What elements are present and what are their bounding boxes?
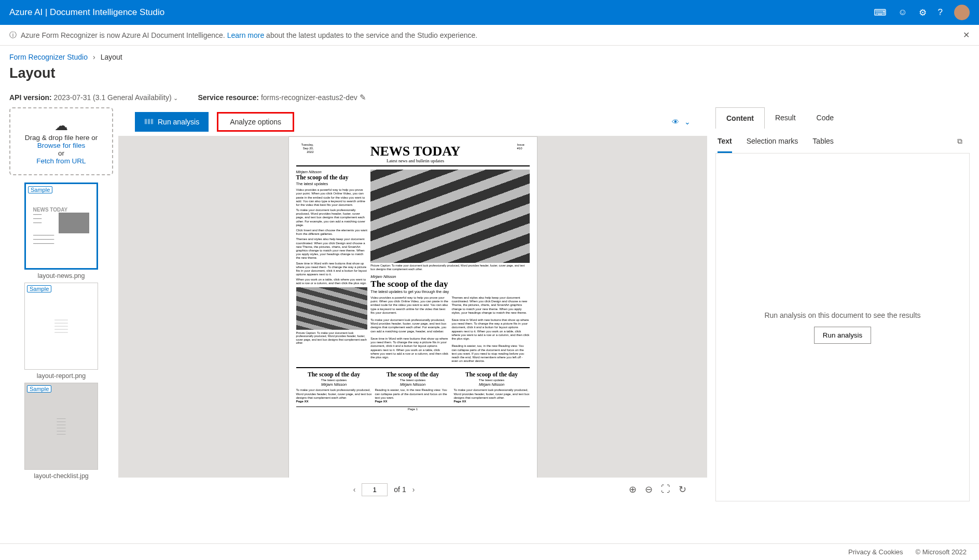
app-header: Azure AI | Document Intelligence Studio …: [0, 0, 979, 25]
page-title: Layout: [0, 63, 979, 91]
tab-content[interactable]: Content: [715, 107, 765, 129]
empty-state-text: Run analysis on this document to see the…: [764, 311, 920, 319]
browse-files-link[interactable]: Browse for files: [16, 142, 107, 149]
app-title: Azure AI | Document Intelligence Studio: [9, 7, 164, 18]
service-resource-config[interactable]: Service resource: forms-recognizer-eastu…: [198, 93, 366, 102]
thumbnail-item[interactable]: Sample NEWS TODAY━━━━━━━━━━━━━━━━━━━━━━━…: [24, 183, 98, 279]
document-canvas[interactable]: Tuesday, Sep 20, 2022 NEWS TODAY Latest …: [118, 136, 707, 478]
breadcrumb-current: Layout: [101, 53, 122, 61]
document-page: Tuesday, Sep 20, 2022 NEWS TODAY Latest …: [288, 136, 537, 478]
sample-tag: Sample: [27, 385, 51, 393]
api-version-config[interactable]: API version: 2023-07-31 (3.1 General Ava…: [9, 93, 178, 102]
subtab-tables[interactable]: Tables: [812, 137, 833, 153]
primary-tabs: Content Result Code: [715, 107, 970, 129]
breadcrumb-root[interactable]: Form Recognizer Studio: [9, 53, 88, 61]
analysis-icon: ⦀⦀⦀: [144, 117, 154, 126]
chevron-down-icon: ⌄: [173, 95, 178, 101]
user-avatar[interactable]: [954, 5, 970, 20]
info-banner: ⓘ Azure Form Recognizer is now Azure AI …: [0, 25, 979, 46]
learn-more-link[interactable]: Learn more: [227, 31, 265, 39]
run-analysis-button[interactable]: ⦀⦀⦀ Run analysis: [135, 112, 209, 132]
next-page-button[interactable]: ›: [412, 485, 415, 494]
config-row: API version: 2023-07-31 (3.1 General Ava…: [0, 91, 979, 107]
visibility-icon[interactable]: 👁: [672, 118, 679, 126]
sample-tag: Sample: [27, 285, 51, 292]
results-panel: Content Result Code Text Selection marks…: [715, 107, 970, 501]
zoom-in-icon[interactable]: ⊕: [629, 484, 637, 495]
analyze-options-button[interactable]: Analyze options: [217, 112, 294, 132]
sub-tabs: Text Selection marks Tables ⧉: [715, 129, 970, 153]
close-banner-button[interactable]: ✕: [963, 30, 970, 40]
subtab-selection-marks[interactable]: Selection marks: [747, 137, 798, 153]
file-panel: ☁ Drag & drop file here or Browse for fi…: [9, 107, 113, 501]
settings-icon[interactable]: ⚙: [919, 7, 927, 18]
fetch-url-link[interactable]: Fetch from URL: [16, 157, 107, 165]
subtab-text[interactable]: Text: [718, 137, 732, 153]
rotate-icon[interactable]: ↻: [679, 484, 686, 495]
sample-tag: Sample: [28, 186, 52, 193]
edit-icon: ✎: [360, 93, 366, 102]
cloud-upload-icon: ☁: [16, 118, 107, 134]
feedback-icon[interactable]: ☺: [898, 7, 907, 18]
pager: ‹ of 1 › ⊕ ⊖ ⛶ ↻: [118, 478, 707, 501]
breadcrumb: Form Recognizer Studio › Layout: [0, 46, 979, 63]
fit-icon[interactable]: ⛶: [661, 484, 670, 495]
document-toolbar: ⦀⦀⦀ Run analysis Analyze options 👁 ⌄: [118, 107, 707, 136]
thumbnail-item[interactable]: Sample ──────────────────────── layout-c…: [24, 383, 98, 480]
thumbnail[interactable]: Sample ══════════════════════════════: [24, 283, 98, 370]
chevron-right-icon: ›: [93, 53, 95, 61]
document-panel: ⦀⦀⦀ Run analysis Analyze options 👁 ⌄ Tue…: [118, 107, 707, 501]
help-icon[interactable]: ?: [938, 7, 943, 18]
zoom-out-icon[interactable]: ⊖: [645, 484, 653, 495]
header-icons: ⌨ ☺ ⚙ ?: [874, 5, 970, 20]
tab-code[interactable]: Code: [806, 107, 844, 129]
info-icon: ⓘ: [9, 31, 17, 40]
thumbnail-list: Sample NEWS TODAY━━━━━━━━━━━━━━━━━━━━━━━…: [9, 183, 113, 480]
thumbnail-item[interactable]: Sample ══════════════════════════════ la…: [24, 283, 98, 380]
tab-result[interactable]: Result: [765, 107, 806, 129]
chevron-down-icon[interactable]: ⌄: [684, 118, 691, 126]
thumbnail[interactable]: Sample NEWS TODAY━━━━━━━━━━━━━━━━━━━━━━━…: [24, 183, 98, 270]
keyboard-icon[interactable]: ⌨: [874, 7, 887, 18]
run-analysis-button-secondary[interactable]: Run analysis: [814, 327, 871, 344]
page-number-input[interactable]: [362, 483, 388, 496]
drop-zone[interactable]: ☁ Drag & drop file here or Browse for fi…: [9, 107, 113, 175]
copy-icon[interactable]: ⧉: [957, 137, 962, 153]
thumbnail[interactable]: Sample ────────────────────────: [24, 383, 98, 470]
prev-page-button[interactable]: ‹: [353, 485, 356, 494]
banner-text: Azure Form Recognizer is now Azure AI Do…: [21, 31, 477, 39]
